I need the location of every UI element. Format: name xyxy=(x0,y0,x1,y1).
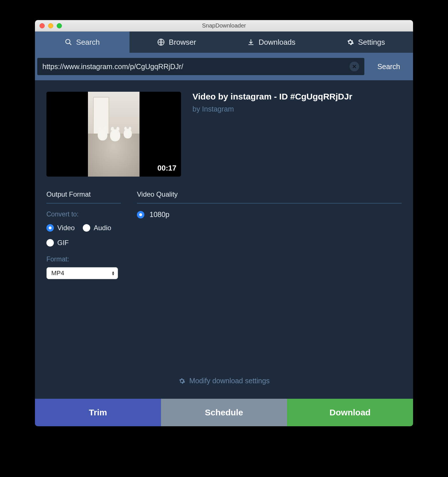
tab-label: Downloads xyxy=(259,38,296,47)
video-title: Video by instagram - ID #CgUgqRRjDJr xyxy=(192,92,402,101)
action-bar: Trim Schedule Download xyxy=(35,399,413,426)
video-author: by Instagram xyxy=(192,105,402,113)
radio-indicator xyxy=(83,224,90,232)
app-window: SnapDownloader Search Browser Downloads … xyxy=(35,20,413,426)
format-label: Format: xyxy=(46,255,121,263)
tab-label: Search xyxy=(76,38,100,47)
video-quality-heading: Video Quality xyxy=(137,190,402,204)
trim-button[interactable]: Trim xyxy=(35,399,161,426)
video-thumbnail[interactable]: 00:17 xyxy=(46,92,181,177)
select-stepper-icon: ▲▼ xyxy=(111,271,115,275)
convert-type-options: Video Audio GIF xyxy=(46,224,121,247)
window-title: SnapDownloader xyxy=(35,22,413,29)
quality-options: 1080p xyxy=(137,210,402,219)
radio-indicator xyxy=(46,224,54,232)
modify-download-settings-link[interactable]: Modify download settings xyxy=(178,377,270,385)
video-metadata: Video by instagram - ID #CgUgqRRjDJr by … xyxy=(192,92,402,177)
svg-line-1 xyxy=(70,43,71,45)
radio-label: GIF xyxy=(57,239,69,247)
radio-label: Video xyxy=(57,224,75,232)
modify-settings-label: Modify download settings xyxy=(189,377,270,385)
download-button[interactable]: Download xyxy=(287,399,413,426)
svg-point-0 xyxy=(66,39,70,44)
modify-settings-row: Modify download settings xyxy=(46,377,402,392)
search-icon xyxy=(65,38,72,46)
main-tabs: Search Browser Downloads Settings xyxy=(35,32,413,53)
quality-option-1080p[interactable]: 1080p xyxy=(137,210,402,219)
radio-indicator xyxy=(137,211,144,218)
globe-icon xyxy=(157,38,165,46)
video-quality-section: Video Quality 1080p xyxy=(137,190,402,279)
output-format-heading: Output Format xyxy=(46,190,121,204)
titlebar: SnapDownloader xyxy=(35,20,413,32)
video-duration: 00:17 xyxy=(158,164,177,173)
tab-label: Settings xyxy=(358,38,385,47)
schedule-button[interactable]: Schedule xyxy=(161,399,287,426)
clear-url-button[interactable] xyxy=(349,62,359,71)
tab-search[interactable]: Search xyxy=(35,32,129,53)
url-bar: Search xyxy=(35,53,413,80)
url-input-container xyxy=(37,58,364,75)
radio-video[interactable]: Video xyxy=(46,224,75,232)
convert-to-label: Convert to: xyxy=(46,210,121,218)
format-select[interactable]: MP4 ▲▼ xyxy=(46,267,118,279)
url-input[interactable] xyxy=(42,62,349,71)
tab-label: Browser xyxy=(169,38,196,47)
radio-indicator xyxy=(46,239,54,247)
radio-label: Audio xyxy=(94,224,111,232)
gear-icon xyxy=(178,378,185,384)
output-format-section: Output Format Convert to: Video Audio GI… xyxy=(46,190,121,279)
video-result: 00:17 Video by instagram - ID #CgUgqRRjD… xyxy=(46,92,402,177)
download-icon xyxy=(247,38,255,46)
quality-label: 1080p xyxy=(150,210,170,219)
radio-audio[interactable]: Audio xyxy=(83,224,111,232)
main-content: 00:17 Video by instagram - ID #CgUgqRRjD… xyxy=(35,80,413,399)
radio-gif[interactable]: GIF xyxy=(46,239,69,247)
options-panel: Output Format Convert to: Video Audio GI… xyxy=(46,190,402,279)
tab-downloads[interactable]: Downloads xyxy=(224,32,319,53)
tab-browser[interactable]: Browser xyxy=(129,32,224,53)
tab-settings[interactable]: Settings xyxy=(319,32,413,53)
gear-icon xyxy=(347,38,354,46)
format-value: MP4 xyxy=(51,269,64,277)
search-button[interactable]: Search xyxy=(364,62,413,71)
